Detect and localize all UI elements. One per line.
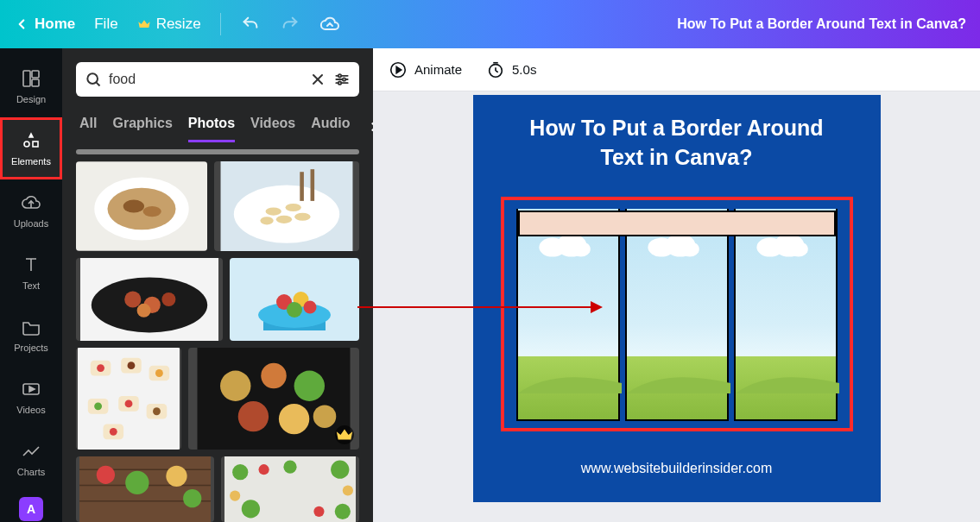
resize-label: Resize xyxy=(156,16,201,33)
photo-thumb[interactable] xyxy=(76,161,207,251)
topbar: Home File Resize How To Put a Border Aro… xyxy=(0,0,980,48)
svg-marker-7 xyxy=(29,387,35,392)
svg-point-66 xyxy=(313,405,337,428)
rail-item-charts[interactable]: Charts xyxy=(0,428,62,490)
svg-point-21 xyxy=(123,199,144,212)
home-button[interactable]: Home xyxy=(14,16,75,33)
svg-point-25 xyxy=(266,208,281,216)
photo-thumb[interactable] xyxy=(221,456,359,522)
tab-all[interactable]: All xyxy=(79,110,97,142)
grid-cell[interactable] xyxy=(625,209,729,421)
svg-point-8 xyxy=(87,73,98,84)
rail-label: Design xyxy=(16,94,46,104)
rail-apps-badge[interactable]: A xyxy=(19,497,43,521)
svg-point-79 xyxy=(335,504,351,519)
svg-point-26 xyxy=(285,204,300,211)
animate-button[interactable]: Animate xyxy=(389,60,462,79)
grid-cell[interactable] xyxy=(516,209,620,421)
photo-thumb[interactable] xyxy=(76,456,214,522)
svg-point-3 xyxy=(24,142,29,147)
grid-cell[interactable] xyxy=(734,209,838,421)
svg-point-57 xyxy=(153,407,161,415)
resize-button[interactable]: Resize xyxy=(137,16,201,33)
rail-item-elements[interactable]: Elements xyxy=(0,117,62,179)
svg-point-83 xyxy=(230,491,240,501)
svg-rect-2 xyxy=(32,79,39,86)
photo-thumb[interactable] xyxy=(76,348,181,450)
clear-icon[interactable] xyxy=(309,71,326,88)
photo-thumb[interactable] xyxy=(188,348,359,450)
photo-thumb[interactable] xyxy=(214,161,359,251)
undo-button[interactable] xyxy=(240,14,261,35)
result-strip xyxy=(76,149,359,154)
svg-point-15 xyxy=(338,74,341,77)
filter-icon[interactable] xyxy=(333,71,351,88)
svg-point-72 xyxy=(125,471,149,494)
svg-point-78 xyxy=(242,500,260,518)
design-title[interactable]: How To Put a Border Around Text in Canva… xyxy=(473,95,881,173)
svg-rect-1 xyxy=(32,71,39,78)
side-rail: Design Elements Uploads Text Projects Vi… xyxy=(0,48,62,522)
crown-icon xyxy=(137,17,151,31)
svg-point-64 xyxy=(238,401,269,431)
duration-button[interactable]: 5.0s xyxy=(486,60,536,79)
design-canvas[interactable]: How To Put a Border Around Text in Canva… xyxy=(473,95,881,502)
photo-thumb[interactable] xyxy=(76,258,223,341)
svg-rect-31 xyxy=(311,169,315,201)
rail-item-text[interactable]: Text xyxy=(0,242,62,304)
rail-label: Projects xyxy=(14,343,48,353)
home-label: Home xyxy=(35,16,75,33)
svg-point-71 xyxy=(97,466,115,484)
svg-point-37 xyxy=(137,304,151,318)
svg-point-65 xyxy=(279,404,309,434)
photo-thumb[interactable] xyxy=(230,258,359,341)
duration-label: 5.0s xyxy=(512,62,536,77)
tab-photos[interactable]: Photos xyxy=(188,110,235,142)
search-input[interactable] xyxy=(109,72,302,87)
svg-point-73 xyxy=(166,466,187,487)
svg-point-22 xyxy=(143,206,161,217)
svg-point-34 xyxy=(124,291,141,307)
redo-button[interactable] xyxy=(280,14,300,35)
search-icon xyxy=(85,71,102,88)
svg-point-81 xyxy=(259,464,269,475)
svg-point-59 xyxy=(110,428,117,436)
panel-tabs: All Graphics Photos Videos Audio xyxy=(62,104,373,146)
tab-audio[interactable]: Audio xyxy=(311,110,350,142)
svg-rect-4 xyxy=(33,142,38,147)
canvas-toolbar: Animate 5.0s xyxy=(373,48,980,91)
tab-videos[interactable]: Videos xyxy=(250,110,295,142)
file-menu[interactable]: File xyxy=(94,16,117,33)
tab-graphics[interactable]: Graphics xyxy=(112,110,172,142)
svg-point-27 xyxy=(276,216,292,223)
topbar-left: Home File Resize xyxy=(14,13,340,35)
cloud-sync-icon[interactable] xyxy=(319,14,340,35)
svg-point-55 xyxy=(125,399,133,407)
design-footer-url[interactable]: www.websitebuilderinsider.com xyxy=(473,461,881,476)
grid-element[interactable] xyxy=(516,209,838,421)
rail-item-videos[interactable]: Videos xyxy=(0,366,62,428)
svg-point-29 xyxy=(260,217,273,224)
svg-point-99 xyxy=(788,242,807,257)
rail-item-design[interactable]: Design xyxy=(0,55,62,117)
svg-point-47 xyxy=(97,364,104,372)
rail-item-uploads[interactable]: Uploads xyxy=(0,179,62,242)
svg-point-93 xyxy=(571,242,590,257)
search-box xyxy=(76,62,359,97)
rail-item-projects[interactable]: Projects xyxy=(0,304,62,366)
svg-point-76 xyxy=(232,464,248,480)
title-line1: How To Put a Border Around xyxy=(529,116,823,140)
svg-point-82 xyxy=(313,506,324,517)
svg-point-80 xyxy=(283,461,296,474)
svg-point-84 xyxy=(343,485,353,495)
svg-point-16 xyxy=(343,78,345,80)
elements-panel: All Graphics Photos Videos Audio xyxy=(62,48,373,522)
svg-point-51 xyxy=(155,369,163,377)
svg-rect-30 xyxy=(300,172,304,201)
photo-results xyxy=(62,146,373,522)
document-title[interactable]: How To Put a Border Around Text in Canva… xyxy=(677,16,966,32)
svg-line-9 xyxy=(96,82,99,85)
grid-header-strip[interactable] xyxy=(518,211,836,236)
svg-line-89 xyxy=(496,70,498,72)
svg-point-44 xyxy=(304,301,317,314)
